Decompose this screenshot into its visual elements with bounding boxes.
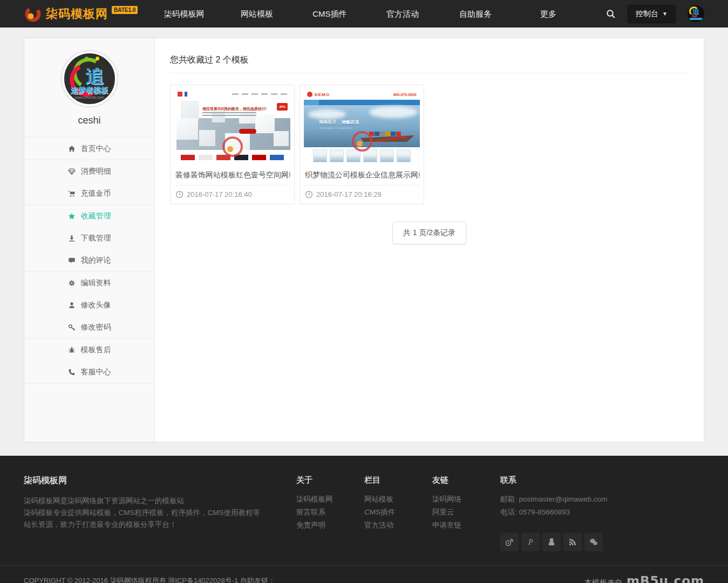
sidebar-item-label: 模板售后: [81, 345, 111, 355]
brand-chip: [199, 155, 213, 160]
sidebar-item-spending-details[interactable]: 消费明细: [24, 160, 154, 182]
thumb-brand: DEMO: [315, 92, 330, 97]
sidebar-menu: 首页中心 消费明细 充值金币 收藏管理: [24, 137, 154, 383]
sidebar-item-change-avatar[interactable]: 修改头像: [24, 294, 154, 316]
gallery-chip: [380, 149, 394, 162]
gallery-chip: [363, 149, 377, 162]
pinterest-icon[interactable]: P: [521, 533, 540, 551]
jpg-badge: JPG: [277, 103, 288, 111]
footer-link[interactable]: 网站模板: [364, 493, 432, 506]
qq-icon[interactable]: [542, 533, 561, 551]
container-stack: [369, 132, 401, 136]
sidebar-item-edit-profile[interactable]: 编辑资料: [24, 272, 154, 294]
watermark-logo: [352, 131, 372, 152]
template-title[interactable]: 织梦物流公司模板企业信息展示网站...: [304, 164, 420, 186]
brand-logo[interactable]: 柒码模板网 BATE1.0: [24, 5, 138, 23]
footer-column-title: 栏目: [364, 475, 432, 485]
footer-about-site: 柒码模板网 柒码模板网是柒码网络旗下资源网站之一的模板站 柒码模板专业提供网站模…: [24, 475, 296, 551]
chevron-down-icon: ▼: [662, 11, 668, 17]
avatar-glyph: 追: [692, 7, 699, 17]
sidebar-item-template-support[interactable]: 模板售后: [24, 339, 154, 361]
footer-column-title: 友链: [432, 475, 500, 485]
thumb-header: DEMO 400-070-0002: [304, 89, 420, 100]
nav-item-activities[interactable]: 官方活动: [366, 0, 439, 28]
avatar-dot: [96, 57, 99, 60]
pagination: 共 1 页/2条记录: [170, 222, 689, 244]
sidebar-item-service-center[interactable]: 客服中心: [24, 361, 154, 383]
thumb-subtext: [202, 112, 256, 118]
nav-item-self-service[interactable]: 自助服务: [439, 0, 512, 28]
template-thumbnail[interactable]: 相信世界500强的眼光，相信品质设计! JPG: [174, 89, 290, 164]
thumb-nav: [304, 100, 420, 105]
timestamp-text: 2016-07-17 20:16:29: [316, 190, 382, 198]
template-credit[interactable]: 本模板来自 mB5u.com: [584, 574, 704, 583]
sidebar-item-change-password[interactable]: 修改密码: [24, 316, 154, 338]
timestamp-text: 2016-07-17 20:16:40: [187, 190, 252, 198]
rss-icon[interactable]: [563, 533, 582, 551]
sidebar-item-label: 下载管理: [81, 234, 111, 243]
nav-item-templates[interactable]: 网站模板: [220, 0, 293, 28]
user-sidebar: 追 追梦者模板 www.zmzmb.com ceshi 首页中心 消费明细: [24, 38, 155, 442]
gear-icon: [68, 279, 76, 287]
thumb-logo: [307, 92, 312, 97]
sidebar-item-label: 收藏管理: [81, 211, 111, 221]
footer-link[interactable]: 柒码网络: [432, 493, 500, 506]
footer-link[interactable]: 申请友链: [432, 519, 500, 532]
sidebar-item-home-center[interactable]: 首页中心: [24, 138, 154, 160]
gallery-chip: [313, 149, 327, 162]
footer-link[interactable]: 阿里云: [432, 506, 500, 519]
cart-icon: [68, 190, 76, 197]
search-icon[interactable]: [606, 9, 616, 19]
wechat-icon[interactable]: [584, 533, 603, 551]
page-body: 追 追梦者模板 www.zmzmb.com ceshi 首页中心 消费明细: [0, 28, 728, 456]
sidebar-item-downloads[interactable]: 下载管理: [24, 227, 154, 249]
cloud-shape: [369, 106, 418, 118]
console-label: 控制台: [636, 9, 658, 19]
gallery-chip: [397, 149, 411, 162]
thumb-slogan: 海纳百川 ，物畅其流: [319, 119, 359, 125]
favorites-panel: 您共收藏过 2 个模板 相信世界500强的眼光，相信品质设计! JPG: [155, 38, 704, 442]
template-card: DEMO 400-070-0002 海纳百川 ，物畅其流 ———— · ————: [300, 85, 424, 204]
user-avatar-small[interactable]: 追: [688, 5, 704, 22]
favorites-list: 相信世界500强的眼光，相信品质设计! JPG: [170, 85, 689, 204]
footer-column-title: 联系: [500, 475, 704, 485]
footer-link[interactable]: CMS插件: [364, 506, 432, 519]
thumb-button: [239, 129, 256, 134]
diamond-icon: [68, 168, 76, 175]
beta-badge: BATE1.0: [112, 6, 138, 14]
favorite-timestamp: 2016-07-17 20:16:29: [304, 186, 420, 200]
social-links: P: [500, 533, 704, 551]
footer-link[interactable]: 留言联系: [296, 506, 364, 519]
sidebar-item-my-comments[interactable]: 我的评论: [24, 249, 154, 271]
svg-text:P: P: [528, 538, 533, 546]
user-avatar-large[interactable]: 追 追梦者模板 www.zmzmb.com: [62, 51, 117, 106]
brand-chip: [252, 155, 266, 160]
sidebar-item-label: 我的评论: [81, 256, 111, 265]
credit-prefix: 本模板来自: [584, 578, 622, 583]
footer-link[interactable]: 官方活动: [364, 519, 432, 532]
key-icon: [68, 324, 76, 331]
avatar-dot: [85, 57, 89, 60]
sidebar-item-label: 编辑资料: [81, 278, 111, 288]
nav-item-more[interactable]: 更多: [512, 0, 584, 28]
gallery-chip: [346, 149, 360, 162]
template-title[interactable]: 装修装饰网站模板红色壹号空间网站...: [174, 164, 290, 186]
template-thumbnail[interactable]: DEMO 400-070-0002 海纳百川 ，物畅其流 ———— · ————: [304, 89, 420, 164]
footer-column-friends: 友链 柒码网络 阿里云 申请友链: [432, 475, 500, 551]
footer-description-line: 柒码模板专业提供网站模板，CMS程序模板，程序插件，CMS使用教程等站长资源，致…: [24, 507, 264, 531]
nav-item-cms-plugins[interactable]: CMS插件: [293, 0, 366, 28]
sidebar-item-label: 修改头像: [81, 300, 111, 310]
sidebar-item-favorites[interactable]: 收藏管理: [24, 205, 154, 227]
footer-link[interactable]: 柒码模板网: [296, 493, 364, 506]
console-dropdown-button[interactable]: 控制台 ▼: [628, 5, 676, 23]
footer-link[interactable]: 免责声明: [296, 519, 364, 532]
footer-description-line: 柒码模板网是柒码网络旗下资源网站之一的模板站: [24, 495, 264, 507]
contact-email: 邮箱: postmaster@qimaweb.com: [500, 493, 704, 506]
clock-icon: [305, 190, 313, 198]
bug-icon: [68, 346, 76, 354]
top-navbar: 柒码模板网 BATE1.0 柒码模板网 网站模板 CMS插件 官方活动 自助服务…: [0, 0, 728, 28]
contact-phone: 电话: 0579-85660893: [500, 506, 704, 519]
weibo-icon[interactable]: [500, 533, 519, 551]
nav-item-home[interactable]: 柒码模板网: [147, 0, 220, 28]
sidebar-item-recharge-coins[interactable]: 充值金币: [24, 182, 154, 204]
